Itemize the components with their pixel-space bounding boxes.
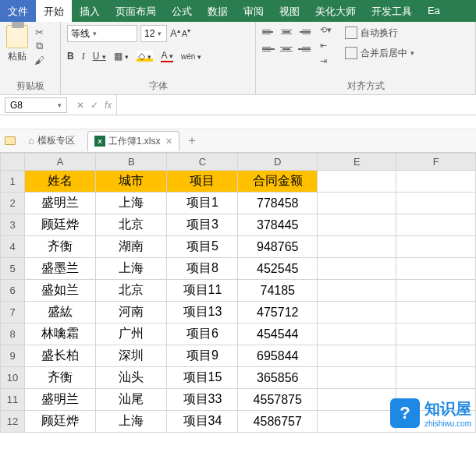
cell[interactable]: 盛明兰 xyxy=(25,193,96,214)
new-tab-button[interactable]: ＋ xyxy=(186,133,198,149)
cell[interactable] xyxy=(396,323,476,345)
row-header[interactable]: 8 xyxy=(1,323,25,345)
cell[interactable] xyxy=(317,258,396,280)
name-box[interactable]: G8▾ xyxy=(5,97,67,113)
row-header[interactable]: 3 xyxy=(1,214,25,236)
font-size-combo[interactable]: 12▾ xyxy=(140,25,167,42)
cell[interactable]: 项目33 xyxy=(167,389,238,411)
cell[interactable]: 695844 xyxy=(238,345,318,367)
cell[interactable] xyxy=(396,411,476,433)
cell[interactable]: 项目9 xyxy=(167,345,238,367)
cut-icon[interactable]: ✂ xyxy=(33,27,45,37)
cell[interactable]: 合同金额 xyxy=(238,171,318,193)
cell[interactable]: 盛紘 xyxy=(25,302,96,323)
menu-tab-page-layout[interactable]: 页面布局 xyxy=(108,0,164,22)
select-all-corner[interactable] xyxy=(1,154,25,171)
cell[interactable]: 项目15 xyxy=(167,367,238,389)
cell[interactable]: 城市 xyxy=(96,171,167,193)
cell[interactable]: 盛明兰 xyxy=(25,389,96,411)
merge-center-button[interactable]: 合并后居中 ▾ xyxy=(345,45,414,61)
row-header[interactable]: 5 xyxy=(1,258,25,280)
cell[interactable] xyxy=(396,280,476,302)
formula-bar[interactable] xyxy=(116,95,476,115)
enter-formula-icon[interactable]: ✓ xyxy=(91,100,98,111)
cell[interactable]: 河南 xyxy=(96,302,167,323)
paste-button[interactable]: 粘贴 xyxy=(8,50,27,63)
cell[interactable]: 盛长柏 xyxy=(25,345,96,367)
cell[interactable]: 齐衡 xyxy=(25,236,96,258)
col-header[interactable]: C xyxy=(167,154,238,171)
decrease-font-icon[interactable]: A▾ xyxy=(182,27,190,39)
cell[interactable]: 4557875 xyxy=(238,389,318,411)
cell[interactable] xyxy=(317,280,396,302)
cell[interactable]: 汕头 xyxy=(96,367,167,389)
cell[interactable]: 齐衡 xyxy=(25,367,96,389)
col-header[interactable]: E xyxy=(317,154,396,171)
cell[interactable] xyxy=(317,193,396,214)
templates-tab[interactable]: ⌂模板专区 xyxy=(22,131,81,150)
copy-icon[interactable]: ⧉ xyxy=(33,41,45,51)
decrease-indent-icon[interactable]: ⇤ xyxy=(320,41,334,51)
col-header[interactable]: F xyxy=(396,154,476,171)
row-header[interactable]: 4 xyxy=(1,236,25,258)
cell[interactable]: 盛如兰 xyxy=(25,280,96,302)
cell[interactable]: 北京 xyxy=(96,280,167,302)
cell[interactable]: 广州 xyxy=(96,323,167,345)
fx-icon[interactable]: fx xyxy=(105,100,112,111)
cell[interactable]: 项目3 xyxy=(167,214,238,236)
cell[interactable] xyxy=(317,171,396,193)
phonetic-button[interactable]: wén ▾ xyxy=(181,52,201,61)
row-header[interactable]: 10 xyxy=(1,367,25,389)
cell[interactable] xyxy=(396,258,476,280)
cell[interactable]: 378445 xyxy=(238,214,318,236)
cell[interactable] xyxy=(396,193,476,214)
menu-tab-home[interactable]: 开始 xyxy=(36,0,72,22)
cell[interactable]: 项目1 xyxy=(167,193,238,214)
cell[interactable] xyxy=(396,389,476,411)
menu-tab-view[interactable]: 视图 xyxy=(272,0,307,22)
cell[interactable] xyxy=(317,236,396,258)
border-button[interactable]: ▦ ▾ xyxy=(114,51,129,62)
row-header[interactable]: 1 xyxy=(1,171,25,193)
cell[interactable]: 盛墨兰 xyxy=(25,258,96,280)
font-color-button[interactable]: A ▾ xyxy=(161,50,173,62)
workbook-tab[interactable]: X工作簿1.xlsx✕ xyxy=(87,131,179,151)
cell[interactable] xyxy=(396,236,476,258)
cell[interactable]: 475712 xyxy=(238,302,318,323)
col-header[interactable]: A xyxy=(25,154,96,171)
menu-tab-beautify[interactable]: 美化大师 xyxy=(307,0,364,22)
cell[interactable]: 项目5 xyxy=(167,236,238,258)
cell[interactable]: 上海 xyxy=(96,411,167,433)
cell[interactable]: 顾廷烨 xyxy=(25,411,96,433)
cell[interactable] xyxy=(396,302,476,323)
menu-tab-insert[interactable]: 插入 xyxy=(72,0,108,22)
menu-tab-data[interactable]: 数据 xyxy=(200,0,236,22)
cell[interactable] xyxy=(396,345,476,367)
cell[interactable] xyxy=(317,323,396,345)
cell[interactable]: 项目13 xyxy=(167,302,238,323)
col-header[interactable]: D xyxy=(238,154,318,171)
format-painter-icon[interactable]: 🖌 xyxy=(33,55,45,65)
cell[interactable]: 深圳 xyxy=(96,345,167,367)
col-header[interactable]: B xyxy=(96,154,167,171)
cell[interactable]: 365856 xyxy=(238,367,318,389)
cell[interactable] xyxy=(396,171,476,193)
increase-indent-icon[interactable]: ⇥ xyxy=(320,56,334,67)
cell[interactable] xyxy=(317,214,396,236)
cell[interactable]: 姓名 xyxy=(25,171,96,193)
cell[interactable]: 74185 xyxy=(238,280,318,302)
row-header[interactable]: 9 xyxy=(1,345,25,367)
cell[interactable]: 项目34 xyxy=(167,411,238,433)
menu-tab-review[interactable]: 审阅 xyxy=(236,0,272,22)
cell[interactable] xyxy=(317,389,396,411)
cell[interactable]: 汕尾 xyxy=(96,389,167,411)
font-name-combo[interactable]: 等线▾ xyxy=(67,25,137,42)
cell[interactable]: 湖南 xyxy=(96,236,167,258)
underline-button[interactable]: U ▾ xyxy=(93,51,106,62)
cell[interactable] xyxy=(317,411,396,433)
cell[interactable]: 北京 xyxy=(96,214,167,236)
increase-font-icon[interactable]: A▴ xyxy=(170,27,180,39)
orientation-button[interactable]: ⟲▾ xyxy=(320,25,334,36)
row-header[interactable]: 7 xyxy=(1,302,25,323)
cell[interactable]: 项目6 xyxy=(167,323,238,345)
